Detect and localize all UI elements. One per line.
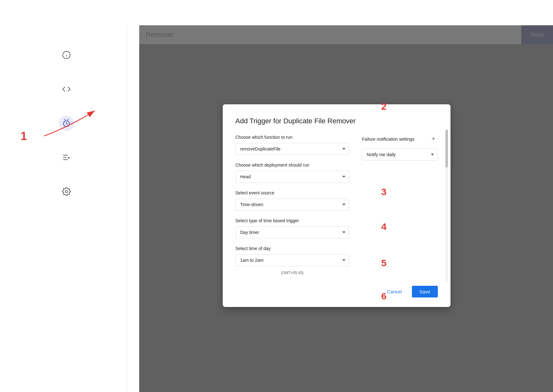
modal-backdrop: Add Trigger for Duplicate File Remover C… — [139, 25, 553, 392]
svg-point-8 — [65, 191, 68, 193]
time-trigger-select[interactable]: Day timer — [235, 226, 349, 238]
scrollbar-thumb — [445, 130, 448, 168]
modal-footer: Cancel Save — [235, 278, 438, 297]
save-button[interactable]: Save — [412, 286, 438, 297]
event-source-select-wrapper: Time-driven — [235, 199, 349, 211]
sidebar — [0, 0, 133, 392]
sidebar-item-code[interactable] — [59, 82, 74, 97]
sidebar-item-trigger[interactable] — [59, 116, 74, 131]
event-source-section: Select event source Time-driven — [235, 190, 349, 211]
modal-content: Choose which function to run removeDupli… — [235, 135, 438, 275]
time-of-day-section: Select time of day 1am to 2am (GMT+05:45… — [235, 246, 349, 275]
function-label: Choose which function to run — [235, 135, 349, 140]
modal-scrollbar[interactable] — [445, 130, 448, 282]
function-select-wrapper: removeDuplicateFile — [235, 143, 349, 155]
add-notification-button[interactable]: + — [429, 135, 438, 144]
function-select[interactable]: removeDuplicateFile — [235, 143, 349, 155]
modal-right-column: Failure notification settings + Notify m… — [362, 135, 438, 275]
time-trigger-select-wrapper: Day timer — [235, 226, 349, 238]
deployment-section: Choose which deployment should run Head — [235, 162, 349, 183]
failure-notification-header: Failure notification settings + — [362, 135, 438, 144]
time-trigger-label: Select type of time based trigger — [235, 218, 349, 223]
modal-dialog: Add Trigger for Duplicate File Remover C… — [223, 104, 450, 307]
deployment-select[interactable]: Head — [235, 171, 349, 183]
time-of-day-label: Select time of day — [235, 246, 349, 251]
svg-marker-7 — [68, 157, 70, 159]
sidebar-item-settings[interactable] — [59, 184, 74, 199]
failure-notification-label: Failure notification settings — [362, 137, 414, 142]
timezone-note: (GMT+05:45) — [235, 271, 349, 275]
sidebar-item-info[interactable] — [59, 47, 74, 63]
modal-title: Add Trigger for Duplicate File Remover — [235, 117, 438, 125]
sidebar-divider — [127, 25, 127, 392]
modal-left-column: Choose which function to run removeDupli… — [235, 135, 349, 275]
cancel-button[interactable]: Cancel — [382, 286, 407, 297]
event-source-select[interactable]: Time-driven — [235, 199, 349, 211]
sidebar-item-run[interactable] — [59, 150, 74, 165]
time-trigger-section: Select type of time based trigger Day ti… — [235, 218, 349, 238]
notify-select[interactable]: Notify me daily — [362, 149, 438, 161]
deployment-select-wrapper: Head — [235, 171, 349, 183]
deployment-label: Choose which deployment should run — [235, 162, 349, 168]
function-section: Choose which function to run removeDupli… — [235, 135, 349, 155]
time-of-day-select-wrapper: 1am to 2am — [235, 254, 349, 266]
event-source-label: Select event source — [235, 190, 349, 195]
time-of-day-select[interactable]: 1am to 2am — [235, 254, 349, 266]
notify-select-wrapper: Notify me daily — [362, 149, 438, 161]
